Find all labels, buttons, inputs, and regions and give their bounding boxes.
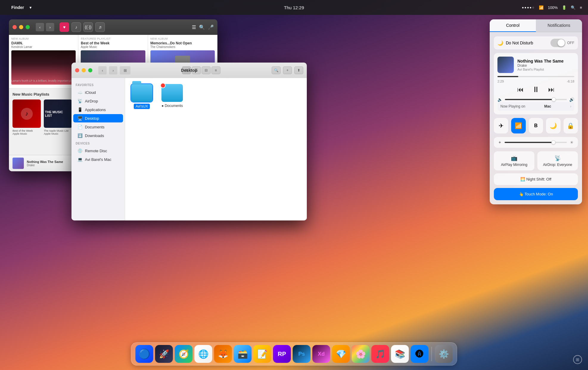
sidebar-item-downloads[interactable]: ⬇️ Downloads: [73, 131, 123, 140]
avimac-icon: 💻: [77, 157, 83, 162]
avisux-folder-icon: [131, 84, 153, 102]
now-playing-art: [13, 158, 24, 169]
adobexd-icon: Xd: [318, 351, 325, 357]
playlist-card-1[interactable]: ♪ Best of the Week Apple Music: [13, 100, 41, 135]
sidebar-item-icloud[interactable]: ☁️ iCloud: [73, 88, 123, 97]
dock-sketch[interactable]: 💎: [332, 345, 350, 363]
search-menubar-icon[interactable]: 🔍: [571, 5, 575, 10]
dock-notes[interactable]: 📝: [253, 345, 271, 363]
featured-title-3: Memories...Do Not Open: [150, 41, 215, 45]
sidebar-item-remotedisc[interactable]: 💿 Remote Disc: [73, 147, 123, 155]
finder-search-button[interactable]: 🔍: [272, 66, 281, 74]
list-menubar-icon[interactable]: ≡: [580, 5, 582, 10]
finder-view-columns-button[interactable]: ⊞: [120, 66, 130, 74]
dock-finder[interactable]: 🔵: [136, 345, 153, 363]
sidebar-item-applications[interactable]: 📱 Applications: [73, 105, 123, 114]
dock-books[interactable]: 📚: [391, 345, 409, 363]
dock-adobexd[interactable]: Xd: [312, 345, 330, 363]
dock-chrome[interactable]: 🌐: [195, 345, 212, 363]
finder-close-button[interactable]: [75, 68, 79, 72]
rp-icon: RP: [278, 351, 286, 357]
airplay-mirroring-button[interactable]: 📺 AirPlay Mirroring: [494, 151, 534, 170]
airplane-mode-button[interactable]: ✈: [494, 118, 508, 133]
finder-maximize-button[interactable]: [88, 68, 92, 72]
minimize-button[interactable]: [19, 25, 23, 29]
downloads-icon: ⬇️: [77, 133, 83, 138]
migration-icon: 🗃️: [237, 349, 248, 359]
featured-label-3: NEW ALBUM: [150, 37, 215, 40]
close-button[interactable]: [13, 25, 17, 29]
folder-documents[interactable]: ● Documents: [161, 84, 183, 108]
playlist-card-2[interactable]: THE MUSIC LIST The Apple Music List Appl…: [44, 100, 72, 135]
brightness-high-icon: ☀: [570, 140, 574, 145]
now-playing-artist: Drake: [27, 164, 63, 167]
dock-firefox[interactable]: 🦊: [214, 345, 232, 363]
sidebar-item-airdrop[interactable]: 📡 AirDrop: [73, 97, 123, 105]
rewind-button[interactable]: ⏮: [517, 86, 524, 94]
sidebar-item-documents[interactable]: 📄 Documents: [73, 123, 123, 131]
heart-button[interactable]: ♥: [60, 22, 69, 32]
finder-back-button[interactable]: ‹: [98, 66, 107, 74]
dock-photos[interactable]: 🌸: [352, 345, 370, 363]
brightness-slider[interactable]: [505, 142, 567, 143]
brightness-control: ✦ ☀: [494, 137, 578, 148]
chrome-icon: 🌐: [198, 349, 209, 359]
itunes-list-icon[interactable]: ☰: [192, 24, 196, 30]
music-note-button[interactable]: ♪: [71, 22, 81, 32]
dnd-toggle-button[interactable]: 🌙: [546, 118, 560, 133]
airplay-icon: 📺: [497, 155, 531, 161]
airdrop-button[interactable]: 📡 AirDrop: Everyone: [537, 151, 578, 170]
playlist-button[interactable]: ♬: [95, 22, 105, 32]
dock-photoshop[interactable]: Ps: [293, 345, 311, 363]
finder-share-button[interactable]: ⬆: [294, 66, 303, 74]
finder-add-button[interactable]: +: [283, 66, 292, 74]
volume-slider[interactable]: [505, 99, 567, 100]
back-button[interactable]: ‹: [36, 23, 44, 31]
dock-safari[interactable]: 🧭: [175, 345, 193, 363]
current-time: 2:29: [497, 80, 504, 83]
now-playing-widget-info: Nothing Was The Same Drake Avi Barel's P…: [517, 59, 574, 71]
sketch-icon: 💎: [336, 349, 346, 359]
fast-forward-button[interactable]: ⏭: [548, 86, 555, 94]
featured-title-1: DAMN.: [11, 41, 76, 45]
dnd-toggle[interactable]: [550, 39, 565, 47]
remotedisc-icon: 💿: [77, 148, 83, 153]
itunes-titlebar: ‹ › ♥ ♪ ((·)) ♬ ☰ 🔍 🎤: [9, 19, 217, 35]
finder-forward-button[interactable]: ›: [109, 66, 117, 74]
dock-appstore[interactable]: 🅐: [411, 345, 429, 363]
sidebar-item-avimac[interactable]: 💻 Avi Barel's Mac: [73, 155, 123, 164]
itunes-mic-button[interactable]: 🎤: [208, 24, 214, 30]
now-playing-progress-bar[interactable]: [497, 76, 574, 77]
playing-on-chevron-icon[interactable]: ›: [570, 104, 571, 108]
night-shift-button[interactable]: 🌅 Night Shift: Off: [494, 173, 578, 185]
folder-avisux[interactable]: Avi'sUX: [131, 84, 153, 109]
now-playing-widget: Nothing Was The Same Drake Avi Barel's P…: [494, 53, 578, 114]
finder-minimize-button[interactable]: [82, 68, 86, 72]
touch-mode-icon: 👆: [519, 192, 525, 196]
bluetooth-toggle-button[interactable]: B: [529, 118, 543, 133]
touch-mode-button[interactable]: 👆 Touch Mode: On: [494, 188, 578, 200]
dock-rp[interactable]: RP: [273, 345, 291, 363]
traffic-lights: [13, 25, 30, 29]
tab-control[interactable]: Control: [490, 19, 536, 32]
radio-button[interactable]: ((·)): [83, 22, 93, 32]
featured-item-damn[interactable]: NEW ALBUM DAMN. Kendrick Lamar Lamar's f…: [9, 35, 78, 88]
now-playing-controls: ⏮ ⏸ ⏭: [497, 85, 574, 94]
dock: 🔵 🚀 🧭 🌐 🦊 🗃️ 📝 RP Ps Xd 💎 🌸 🎵 📚 🅐 ⚙: [131, 342, 457, 366]
finder-columns-view-button[interactable]: ⊟: [202, 66, 211, 74]
dock-launchpad[interactable]: 🚀: [155, 345, 173, 363]
maximize-button[interactable]: [26, 25, 30, 29]
sidebar-item-desktop[interactable]: 🖥️ Desktop: [73, 114, 123, 122]
pause-button[interactable]: ⏸: [532, 85, 540, 94]
itunes-search-button[interactable]: 🔍: [199, 24, 205, 30]
finder-cover-view-button[interactable]: ≡: [211, 66, 220, 74]
wifi-toggle-button[interactable]: 📶: [511, 118, 525, 133]
dock-migration[interactable]: 🗃️: [234, 345, 252, 363]
dock-music[interactable]: 🎵: [371, 345, 389, 363]
music-icon: 🎵: [375, 349, 385, 359]
tab-notifications[interactable]: Notifications: [536, 19, 582, 32]
forward-button[interactable]: ›: [46, 23, 54, 31]
finder-menu[interactable]: Finder: [11, 5, 24, 10]
dock-sysprefs[interactable]: ⚙️: [435, 345, 453, 363]
lock-button[interactable]: 🔒: [564, 118, 578, 133]
